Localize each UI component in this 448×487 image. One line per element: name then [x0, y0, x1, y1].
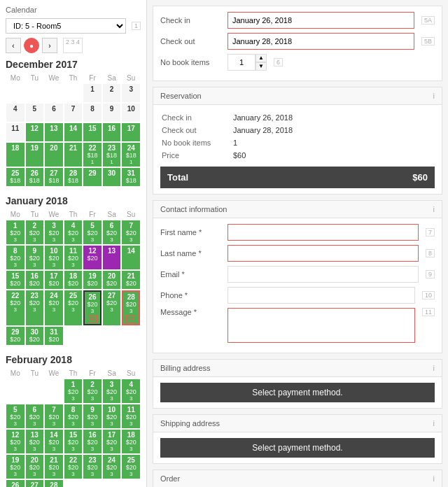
contact-info-icon[interactable]: i — [433, 205, 435, 213]
cal-cell[interactable]: 22$181 — [83, 143, 102, 167]
cal-cell[interactable]: 29$20 — [6, 327, 24, 345]
cal-cell[interactable]: 2 — [103, 84, 121, 102]
cal-cell[interactable]: 10$203 — [45, 246, 63, 269]
cal-cell[interactable]: 8$203 — [6, 246, 24, 269]
cal-cell[interactable]: 7 — [64, 104, 83, 122]
cal-cell[interactable]: 16$203 — [83, 430, 102, 453]
cal-cell[interactable]: 21$203 — [45, 455, 63, 479]
cal-cell[interactable]: 25$203 — [122, 455, 140, 479]
room-dropdown[interactable]: ID: 5 - Room5 — [6, 18, 126, 34]
cal-cell[interactable]: 2$203 — [26, 220, 44, 244]
cal-cell[interactable]: 24$203 — [103, 455, 121, 479]
firstname-input[interactable] — [227, 224, 419, 241]
cal-cell[interactable]: 13 — [45, 123, 63, 141]
cal-cell[interactable]: 3$203 — [45, 220, 63, 244]
cal-cell[interactable]: 14 — [64, 123, 83, 141]
cal-cell[interactable]: 2$203 — [83, 379, 102, 403]
cal-cell[interactable]: 31$18 — [122, 168, 140, 186]
cal-cell[interactable]: 8 — [83, 104, 102, 122]
phone-input[interactable] — [227, 287, 415, 304]
cal-cell[interactable]: 27$203 — [103, 290, 121, 325]
cal-cell[interactable]: 10$203 — [103, 404, 121, 428]
cal-cell[interactable]: 31$20 — [45, 327, 63, 345]
billing-info-icon[interactable]: i — [433, 364, 435, 372]
message-input[interactable] — [227, 308, 415, 343]
prev-btn[interactable]: ‹ — [6, 38, 21, 53]
cal-cell[interactable]: 4 — [6, 104, 24, 122]
shipping-info-icon[interactable]: i — [433, 419, 435, 428]
cal-cell[interactable]: 5$203 — [6, 404, 24, 428]
cal-cell[interactable]: 25$203 — [64, 290, 83, 325]
today-btn[interactable]: ● — [24, 38, 39, 53]
cal-cell[interactable]: 20$20 — [103, 271, 121, 289]
cal-cell[interactable]: 17$20 — [45, 271, 63, 289]
cal-cell[interactable]: 19$203 — [6, 455, 24, 479]
cal-cell[interactable]: 18$20 — [64, 271, 83, 289]
cal-cell[interactable]: 18$203 — [122, 430, 140, 453]
email-input[interactable] — [227, 266, 419, 283]
cal-cell[interactable]: 25$18 — [6, 168, 24, 186]
cal-cell[interactable]: 15$203 — [64, 430, 83, 453]
cal-cell[interactable]: 1$203 — [64, 379, 83, 403]
cal-cell[interactable]: 13 — [103, 246, 121, 269]
cal-cell[interactable]: 6$203 — [103, 220, 121, 244]
cal-cell[interactable]: 11 — [6, 123, 24, 141]
reservation-info-icon[interactable]: i — [433, 92, 435, 100]
qty-up[interactable]: ▲ — [255, 54, 267, 62]
cal-cell[interactable]: 5$203 — [83, 220, 102, 244]
checkin-input[interactable] — [227, 12, 414, 29]
cal-cell[interactable]: 30$20 — [26, 327, 44, 345]
order-info-icon[interactable]: i — [433, 474, 435, 483]
cal-cell[interactable]: 27$18 — [45, 168, 63, 186]
checkout-input[interactable] — [227, 33, 414, 50]
cal-cell[interactable]: 8$203 — [64, 404, 83, 428]
cal-cell[interactable]: 9$203 — [83, 404, 102, 428]
cal-cell[interactable]: 7$203 — [45, 404, 63, 428]
cal-cell[interactable]: 3 — [122, 84, 140, 102]
cal-cell[interactable]: 19$20 — [83, 271, 102, 289]
cal-cell[interactable]: 23$203 — [26, 290, 44, 325]
cal-cell[interactable]: 11$203 — [64, 246, 83, 269]
next-btn[interactable]: › — [42, 38, 57, 53]
cal-cell[interactable]: 28$2035B — [122, 290, 140, 325]
cal-cell[interactable]: 18 — [6, 143, 24, 167]
cal-cell[interactable]: 26$2035A — [83, 290, 102, 325]
cal-cell[interactable]: 23$181 — [103, 143, 121, 167]
cal-cell[interactable]: 23$203 — [83, 455, 102, 479]
cal-cell[interactable]: 14 — [122, 246, 140, 269]
cal-cell[interactable]: 21 — [64, 143, 83, 167]
cal-cell[interactable]: 15$20 — [6, 271, 24, 289]
cal-cell[interactable]: 17 — [122, 123, 140, 141]
cal-cell[interactable]: 20$203 — [26, 455, 44, 479]
qty-down[interactable]: ▼ — [255, 62, 267, 71]
cal-cell[interactable]: 20 — [45, 143, 63, 167]
cal-cell[interactable]: 13$203 — [26, 430, 44, 453]
cal-cell[interactable]: 9$203 — [26, 246, 44, 269]
cal-cell[interactable]: 26$18 — [26, 168, 44, 186]
cal-cell[interactable]: 19 — [26, 143, 44, 167]
cal-cell[interactable]: 5 — [26, 104, 44, 122]
cal-cell[interactable]: 11$203 — [122, 404, 140, 428]
cal-cell[interactable]: 15 — [83, 123, 102, 141]
cal-cell[interactable]: 1 — [83, 84, 102, 102]
cal-cell[interactable]: 21$20 — [122, 271, 140, 289]
cal-cell[interactable]: 4$203 — [64, 220, 83, 244]
cal-cell[interactable]: 30 — [103, 168, 121, 186]
cal-cell[interactable]: 22$203 — [64, 455, 83, 479]
cal-cell[interactable]: 6$203 — [26, 404, 44, 428]
cal-cell[interactable]: 12$203 — [6, 430, 24, 453]
cal-cell[interactable]: 10 — [122, 104, 140, 122]
cal-cell[interactable]: 29 — [83, 168, 102, 186]
cal-cell[interactable]: 14$203 — [45, 430, 63, 453]
cal-cell[interactable]: 3$203 — [103, 379, 121, 403]
cal-cell[interactable]: 16$20 — [26, 271, 44, 289]
shipping-payment-btn[interactable]: Select payment method. — [160, 438, 435, 458]
cal-cell[interactable]: 28$18 — [64, 168, 83, 186]
billing-payment-btn[interactable]: Select payment method. — [160, 383, 435, 402]
cal-cell[interactable]: 12 — [26, 123, 44, 141]
cal-cell[interactable]: 9 — [103, 104, 121, 122]
cal-cell[interactable]: 1$203 — [6, 220, 24, 244]
cal-cell[interactable]: 16 — [103, 123, 121, 141]
cal-cell[interactable]: 4$203 — [122, 379, 140, 403]
cal-cell[interactable]: 7$203 — [122, 220, 140, 244]
